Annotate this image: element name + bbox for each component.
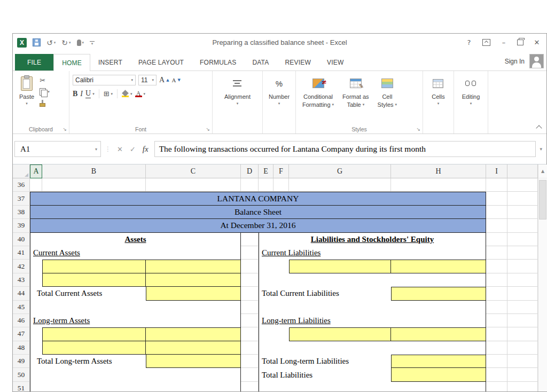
cell[interactable] (30, 273, 42, 287)
cell[interactable] (30, 260, 42, 273)
restore-button[interactable] (517, 40, 523, 45)
row-header-45[interactable]: 45 (13, 301, 30, 314)
cell[interactable] (146, 178, 241, 192)
font-dialog-launcher[interactable]: ↘ (206, 127, 210, 132)
ribbon-display-options-button[interactable] (482, 39, 490, 46)
close-button[interactable]: ✕ (534, 38, 540, 46)
cell-total-liabilities[interactable]: Total Liabilities (259, 368, 391, 381)
grow-font-button[interactable]: A▲ (159, 76, 169, 85)
cell-statement-title[interactable]: Balance Sheet (30, 206, 486, 219)
cell[interactable] (259, 260, 289, 273)
font-color-button[interactable]: A▾ (135, 89, 146, 98)
cell[interactable] (30, 178, 42, 192)
formula-input[interactable]: The following transactions occurred for … (154, 141, 536, 157)
cell-input-c48[interactable] (146, 341, 241, 355)
row-header-36[interactable]: 36 (13, 178, 30, 192)
cell[interactable] (507, 260, 538, 273)
cell[interactable] (507, 368, 538, 381)
cell[interactable] (391, 178, 486, 192)
cell-input-b43[interactable] (42, 273, 146, 287)
cell[interactable] (486, 368, 507, 381)
tab-review[interactable]: REVIEW (277, 54, 319, 70)
cell-total-current-assets[interactable]: Total Current Assets (30, 287, 146, 300)
tab-formulas[interactable]: FORMULAS (192, 54, 244, 70)
cell-date-title[interactable]: At December 31, 2016 (30, 219, 486, 232)
cell[interactable] (30, 368, 241, 381)
row-header-48[interactable]: 48 (13, 341, 30, 355)
column-header-g[interactable]: G (289, 164, 391, 178)
tab-page-layout[interactable]: PAGE LAYOUT (130, 54, 192, 70)
cell[interactable] (486, 314, 507, 327)
cell[interactable] (507, 219, 538, 232)
cell-input-c44[interactable] (146, 287, 241, 300)
cell[interactable] (486, 273, 507, 287)
font-size-select[interactable]: 11▾ (138, 75, 157, 85)
cell[interactable] (507, 382, 538, 391)
cell[interactable] (289, 178, 391, 192)
column-header-f[interactable]: F (274, 164, 289, 178)
redo-button[interactable]: ↻▾ (61, 38, 71, 47)
cell[interactable] (486, 382, 507, 391)
column-header-d[interactable]: D (241, 164, 259, 178)
cell[interactable] (241, 341, 259, 355)
column-header-h[interactable]: H (391, 164, 486, 178)
cell[interactable] (486, 287, 507, 300)
sign-in[interactable]: Sign In (505, 54, 546, 70)
cell[interactable] (507, 178, 538, 192)
cell-input-c43[interactable] (146, 273, 241, 287)
cell[interactable] (259, 341, 486, 355)
cell-assets-header[interactable]: Assets (30, 233, 241, 246)
cell[interactable] (30, 301, 241, 314)
cell[interactable] (507, 273, 538, 287)
cell[interactable] (241, 260, 259, 273)
cell-company-title[interactable]: LANTANA COMPANY (30, 192, 486, 205)
editing-button[interactable]: Editing ▾ (458, 73, 485, 124)
cell[interactable] (507, 233, 538, 246)
cell[interactable] (241, 287, 259, 300)
cell-input-g42[interactable] (289, 260, 391, 273)
cell[interactable] (259, 273, 486, 287)
cell[interactable] (507, 192, 538, 205)
cell[interactable] (486, 233, 507, 246)
cell[interactable] (259, 382, 486, 391)
expand-formula-bar-button[interactable]: ▾ (540, 146, 542, 152)
cell[interactable] (30, 382, 241, 391)
collapse-ribbon-button[interactable] (536, 125, 542, 131)
column-header-i[interactable]: I (486, 164, 507, 178)
cell[interactable] (507, 287, 538, 300)
tab-home[interactable]: HOME (53, 54, 90, 71)
cut-button[interactable]: ✂ (40, 76, 50, 85)
cell-longterm-assets[interactable]: Long-term Assets (30, 314, 241, 327)
row-header-44[interactable]: 44 (13, 287, 30, 300)
cell[interactable] (241, 246, 259, 260)
row-header-42[interactable]: 42 (13, 260, 30, 273)
cell[interactable] (486, 219, 507, 232)
cell[interactable] (241, 355, 259, 368)
alignment-button[interactable]: Alignment ▾ (220, 73, 255, 124)
row-header-47[interactable]: 47 (13, 327, 30, 341)
cell-styles-button[interactable]: Cell Styles▾ (373, 73, 401, 124)
cell-input-c47[interactable] (146, 327, 241, 341)
cell[interactable] (30, 327, 42, 341)
cell[interactable] (241, 178, 259, 192)
cell-input-h44[interactable] (391, 287, 486, 300)
vertical-scrollbar[interactable]: ▲ (538, 164, 547, 391)
font-name-select[interactable]: Calibri▾ (73, 75, 136, 85)
cell-total-longterm-assets[interactable]: Total Long-term Assets (30, 355, 146, 368)
cell-current-assets[interactable]: Current Assets (30, 246, 241, 260)
cell-input-h49[interactable] (391, 355, 486, 368)
cell-current-liabilities[interactable]: Current Liabilities (259, 246, 486, 260)
cell[interactable] (507, 314, 538, 327)
cell[interactable] (241, 301, 259, 314)
cell-input-h50[interactable] (391, 368, 486, 381)
cell[interactable] (30, 341, 42, 355)
cell-input-b42[interactable] (42, 260, 146, 273)
cell[interactable] (486, 206, 507, 219)
bold-button[interactable]: B (73, 89, 77, 98)
confirm-entry-button[interactable]: ✓ (130, 145, 136, 153)
tab-data[interactable]: DATA (244, 54, 277, 70)
row-header-46[interactable]: 46 (13, 314, 30, 327)
select-all-button[interactable]: ◢ (13, 164, 30, 178)
cell[interactable] (507, 341, 538, 355)
cell[interactable] (241, 233, 259, 246)
